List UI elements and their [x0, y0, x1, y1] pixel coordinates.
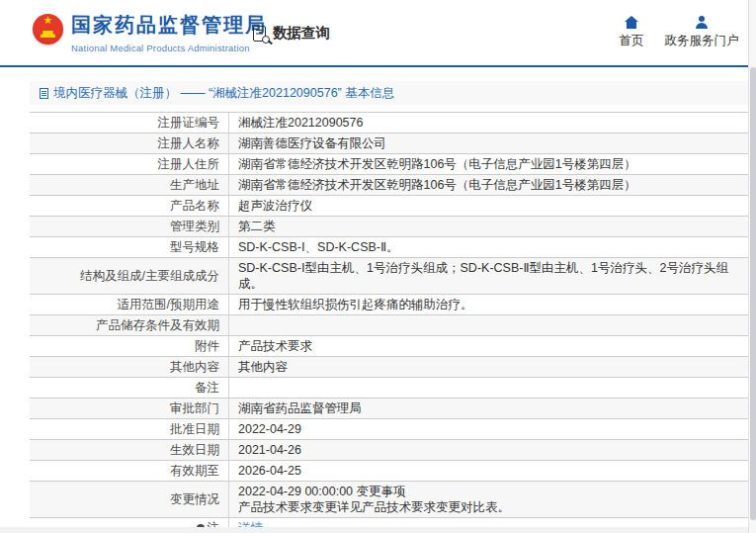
- row-label: 适用范围/预期用途: [30, 295, 229, 314]
- table-row: 其他内容 其他内容: [30, 356, 748, 377]
- row-label: 生效日期: [30, 440, 229, 460]
- document-search-icon: [253, 26, 266, 42]
- table-row: 生产地址 湖南省常德经济技术开发区乾明路106号（电子信息产业园1号楼第四层）: [30, 174, 748, 195]
- site-header: 国家药品监督管理局 National Medical Products Admi…: [0, 0, 756, 65]
- nav-home[interactable]: 首页: [609, 16, 654, 49]
- registration-info-table: 注册证编号 湘械注准20212090576 注册人名称 湖南善德医疗设备有限公司…: [30, 112, 748, 533]
- agency-subtitle: National Medical Products Administration: [71, 43, 267, 53]
- row-label: 变更情况: [30, 482, 229, 517]
- table-row: 型号规格 SD-K-CSB-Ⅰ、SD-K-CSB-Ⅱ。: [30, 236, 748, 257]
- table-row: 变更情况 2022-04-29 00:00:00 变更事项产品技术要求变更详见产…: [30, 481, 748, 517]
- row-label: 有效期至: [30, 461, 229, 481]
- row-value: 湘械注准20212090576: [229, 113, 748, 133]
- row-label: 批准日期: [30, 419, 229, 439]
- row-value: 第二类: [229, 217, 748, 236]
- table-row: 审批部门 湖南省药品监督管理局: [30, 398, 748, 418]
- row-label: 型号规格: [30, 237, 229, 257]
- data-query-label: 数据查询: [273, 24, 330, 43]
- page: 国家药品监督管理局 National Medical Products Admi…: [0, 0, 756, 533]
- table-row: 批准日期 2022-04-29: [30, 418, 748, 439]
- scrollbar-thumb[interactable]: [750, 67, 756, 520]
- row-label: 其他内容: [30, 357, 229, 377]
- nav-portal-label: 政务服务门户: [665, 33, 739, 49]
- row-label: 注册人名称: [30, 133, 229, 153]
- breadcrumb: 境内医疗器械（注册） —— “湘械注准20212090576” 基本信息: [30, 81, 748, 105]
- agency-title: 国家药品监督管理局: [71, 12, 267, 39]
- table-row: 产品名称 超声波治疗仪: [30, 195, 748, 216]
- row-value: SD-K-CSB-Ⅰ型由主机、1号治疗头组成；SD-K-CSB-Ⅱ型由主机、1号…: [229, 258, 748, 294]
- home-icon: [625, 16, 639, 29]
- table-row: 注册人名称 湖南善德医疗设备有限公司: [30, 133, 748, 153]
- table-row: 注册证编号 湘械注准20212090576: [30, 112, 748, 133]
- header-divider-line: [0, 65, 756, 67]
- person-icon: [695, 16, 709, 29]
- row-label: 结构及组成/主要组成成分: [30, 258, 229, 294]
- row-label: 审批部门: [30, 399, 229, 418]
- row-value: SD-K-CSB-Ⅰ、SD-K-CSB-Ⅱ。: [229, 237, 748, 257]
- row-label: 注册人住所: [30, 154, 229, 174]
- table-row: 备注: [30, 377, 748, 398]
- table-row: 有效期至 2026-04-25: [30, 460, 748, 481]
- row-value: 湖南省常德经济技术开发区乾明路106号（电子信息产业园1号楼第四层）: [229, 154, 748, 174]
- table-row: 注册人住所 湖南省常德经济技术开发区乾明路106号（电子信息产业园1号楼第四层）: [30, 153, 748, 174]
- footer-strip: [0, 527, 748, 533]
- row-value: 其他内容: [229, 357, 748, 377]
- row-value: 湖南省常德经济技术开发区乾明路106号（电子信息产业园1号楼第四层）: [229, 175, 748, 195]
- breadcrumb-text: 境内医疗器械（注册） —— “湘械注准20212090576” 基本信息: [53, 85, 394, 102]
- table-row: 附件 产品技术要求: [30, 335, 748, 356]
- table-row: 生效日期 2021-04-26: [30, 439, 748, 460]
- row-value: [229, 386, 748, 390]
- table-row: 管理类别 第二类: [30, 216, 748, 236]
- table-row: 产品储存条件及有效期: [30, 314, 748, 335]
- row-value: 超声波治疗仪: [229, 196, 748, 216]
- row-label: 产品名称: [30, 196, 229, 216]
- data-query-button[interactable]: 数据查询: [253, 24, 330, 43]
- row-label: 注册证编号: [30, 113, 229, 133]
- row-value: 2022-04-29: [229, 419, 748, 439]
- row-value: [229, 323, 748, 327]
- row-value: 2021-04-26: [229, 440, 748, 460]
- row-label: 附件: [30, 336, 229, 356]
- nav-government-service-portal[interactable]: 政务服务门户: [656, 16, 747, 49]
- row-label: 产品储存条件及有效期: [30, 315, 229, 335]
- row-value: 湖南善德医疗设备有限公司: [229, 133, 748, 153]
- national-emblem-logo: [33, 14, 63, 44]
- row-value: 产品技术要求: [229, 336, 748, 356]
- row-label: 生产地址: [30, 175, 229, 195]
- row-value: 湖南省药品监督管理局: [229, 399, 748, 418]
- row-label: 管理类别: [30, 217, 229, 236]
- agency-title-block: 国家药品监督管理局 National Medical Products Admi…: [71, 12, 267, 53]
- document-icon: [40, 88, 48, 99]
- nav-home-label: 首页: [620, 33, 644, 49]
- table-row: 适用范围/预期用途 用于慢性软组织损伤引起疼痛的辅助治疗。: [30, 294, 748, 314]
- scrollbar[interactable]: [748, 0, 756, 533]
- table-row: 结构及组成/主要组成成分 SD-K-CSB-Ⅰ型由主机、1号治疗头组成；SD-K…: [30, 257, 748, 294]
- row-label: 备注: [30, 378, 229, 398]
- row-value: 2026-04-25: [229, 461, 748, 481]
- row-value: 用于慢性软组织损伤引起疼痛的辅助治疗。: [229, 295, 748, 314]
- row-value: 2022-04-29 00:00:00 变更事项产品技术要求变更详见产品技术要求…: [229, 482, 748, 517]
